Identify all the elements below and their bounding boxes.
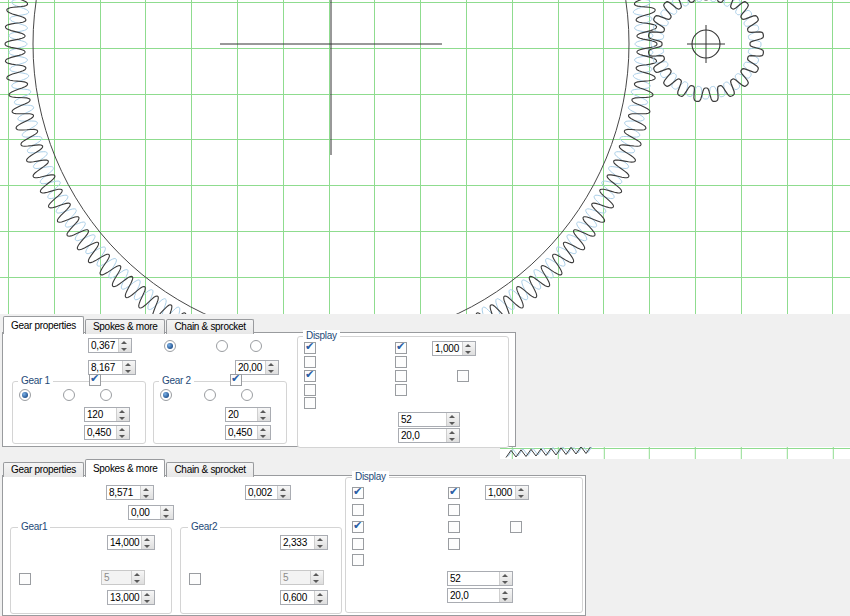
spin-down-icon[interactable] [315,598,327,605]
shaft-spacing-spinner[interactable] [122,361,135,374]
gear2-show-checkbox[interactable] [230,374,242,386]
diametric-pitch-value[interactable]: 8,571 [107,486,140,499]
spin-down-icon[interactable] [500,596,512,603]
tooth-spacing-input[interactable]: 0,367 [88,338,132,353]
gear2-shaft-hole-value[interactable]: 0,600 [281,591,314,604]
show-rotated-value-2[interactable]: 52 [448,572,499,585]
gear1-pitch-diameter-value[interactable]: 14,000 [108,536,141,549]
gear1-addendum-value[interactable]: 0,450 [85,426,116,439]
spin-down-icon[interactable] [447,420,459,427]
gear1-spokes-checkbox[interactable] [19,573,31,585]
screen-view-width-value-2[interactable]: 20,0 [448,589,499,602]
show-rotated-input[interactable]: 52 [398,412,460,427]
spin-down-icon[interactable] [516,493,528,500]
spin-down-icon[interactable] [258,433,270,440]
spin-down-icon[interactable] [117,415,129,422]
tab-chain-and-sprocket[interactable]: Chain & sprocket [166,319,253,334]
gear1-shaft-hole-input[interactable]: 13,000 [107,590,155,605]
gear1-teeth-input[interactable]: 120 [84,407,130,422]
gear1-addendum-input[interactable]: 0,450 [84,425,130,440]
show-center-checkbox[interactable] [304,370,316,382]
screen-view-width-input-2[interactable]: 20,0 [447,588,513,603]
gear1-pitch-diameter-input[interactable]: 14,000 [107,535,155,550]
contact-angle-spinner[interactable] [265,361,278,374]
screen-view-width-input[interactable]: 20,0 [398,428,460,443]
show-line-of-contact-checkbox-2[interactable] [352,504,364,516]
spin-down-icon[interactable] [142,598,154,605]
gear2-rack-radio[interactable] [241,389,253,401]
gear2-teeth-input[interactable]: 20 [225,407,271,422]
gear1-rack-radio[interactable] [100,389,112,401]
right-angle-adjust-input[interactable]: 0,00 [128,505,174,520]
gear1-addendum-spinner[interactable] [116,426,129,439]
show-pitch-diameter-checkbox-2[interactable] [352,487,364,499]
gear1-shaft-hole-spinner[interactable] [141,591,154,604]
grid-size-input-2[interactable]: 1,000 [485,485,529,500]
spin-down-icon[interactable] [447,436,459,443]
tooth-spacing-spinner[interactable] [118,339,131,352]
screen-view-width-spinner-2[interactable] [499,589,512,602]
gear2-shaft-hole-spinner[interactable] [314,591,327,604]
gear1-shaft-hole-value[interactable]: 13,000 [108,591,141,604]
gear2-teeth-value[interactable]: 20 [226,408,257,421]
spin-down-icon[interactable] [278,493,290,500]
animate-checkbox[interactable] [395,370,407,382]
gear2-addendum-input[interactable]: 0,450 [225,425,271,440]
spin-down-icon[interactable] [123,368,135,375]
show-rotated-input-2[interactable]: 52 [447,571,513,586]
tab-spokes-and-more[interactable]: Spokes & more [85,319,165,334]
spin-down-icon[interactable] [463,349,475,356]
grid-checkbox-2[interactable] [448,487,460,499]
right-angle-adjust-spinner[interactable] [160,506,173,519]
gear1-ring-radio[interactable] [63,389,75,401]
show-rotated-spinner[interactable] [446,413,459,426]
spin-down-icon[interactable] [161,513,173,520]
gear2-spur-radio[interactable] [160,389,172,401]
spin-down-icon[interactable] [315,543,327,550]
screen-view-width-spinner[interactable] [446,429,459,442]
tab-gear-properties-2[interactable]: Gear properties [3,462,84,477]
drawing-canvas[interactable] [0,0,850,314]
gear1-spur-radio[interactable] [19,389,31,401]
spin-down-icon[interactable] [142,543,154,550]
diametric-pitch-input[interactable]: 8,571 [106,485,154,500]
grid-checkbox[interactable] [395,342,407,354]
grid-size-spinner[interactable] [462,342,475,355]
contact-angle-value[interactable]: 20,00 [236,361,265,374]
gear2-teeth-spinner[interactable] [257,408,270,421]
tab-gear-properties[interactable]: Gear properties [3,316,84,334]
show-center-checkbox-2[interactable] [352,521,364,533]
grid-diagonals-checkbox[interactable] [395,356,407,368]
slop-value[interactable]: 0,002 [246,486,277,499]
gear2-spokes-checkbox[interactable] [189,573,201,585]
spin-down-icon[interactable] [117,433,129,440]
slop-spinner[interactable] [277,486,290,499]
grid-size-spinner-2[interactable] [515,486,528,499]
wobbly-checkbox-2[interactable] [510,521,522,533]
tooth-spacing-value[interactable]: 0,367 [89,339,118,352]
spin-down-icon[interactable] [141,493,153,500]
gear2-addendum-spinner[interactable] [257,426,270,439]
spin-down-icon[interactable] [119,346,131,353]
draw-unmeshed-checkbox-2[interactable] [448,538,460,550]
spin-down-icon[interactable] [258,415,270,422]
diametric-pitch-spinner[interactable] [140,486,153,499]
animate-checkbox-2[interactable] [448,521,460,533]
gear2-pitch-diameter-value[interactable]: 2,333 [281,536,314,549]
type-pin-radio[interactable] [216,340,228,352]
right-angle-adjust-value[interactable]: 0,00 [129,506,160,519]
grid-size-value-2[interactable]: 1,000 [486,486,515,499]
show-rotated-spinner-2[interactable] [499,572,512,585]
fewer-line-segments-checkbox[interactable] [304,397,316,409]
fewer-line-segments-checkbox-2[interactable] [352,554,364,566]
screen-view-width-value[interactable]: 20,0 [399,429,446,442]
gear2-shaft-hole-input[interactable]: 0,600 [280,590,328,605]
type-protractor-radio[interactable] [250,340,262,352]
grid-size-input[interactable]: 1,000 [432,341,476,356]
spin-down-icon[interactable] [500,579,512,586]
show-pitch-diameter-checkbox[interactable] [304,342,316,354]
grid-diagonals-checkbox-2[interactable] [448,504,460,516]
type-involute-radio[interactable] [164,340,176,352]
grid-size-value[interactable]: 1,000 [433,342,462,355]
slop-input[interactable]: 0,002 [245,485,291,500]
